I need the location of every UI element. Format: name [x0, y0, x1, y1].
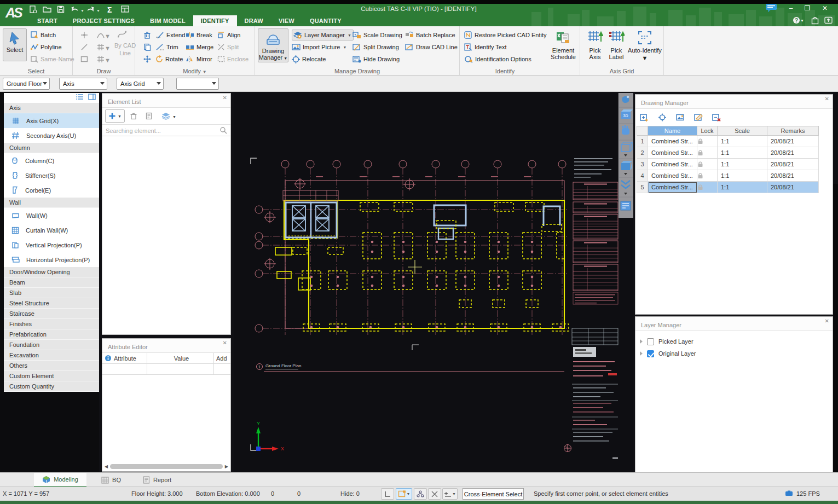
- identify-text-button[interactable]: Identify Text: [464, 42, 507, 53]
- draw-cad-line-button[interactable]: Draw CAD Line: [405, 42, 458, 53]
- sidebar-section-custom-element[interactable]: Custom Element: [4, 371, 99, 381]
- draw-hash-button[interactable]: [97, 42, 105, 53]
- auto-identify-button[interactable]: Auto-Identify▼: [627, 27, 662, 63]
- sidebar-item-corbel-e-[interactable]: Corbel(E): [4, 183, 99, 198]
- scale-drawing-icon[interactable]: [676, 113, 685, 121]
- sidebar-item-column-c-[interactable]: Column(C): [4, 153, 99, 168]
- hide-drawing-button[interactable]: Hide Drawing: [352, 54, 400, 65]
- app-logo[interactable]: AS: [5, 5, 21, 21]
- draw-point-button[interactable]: [80, 30, 88, 40]
- layer-manager-button[interactable]: Layer Manager▼: [292, 30, 354, 40]
- sidebar-section-beam[interactable]: Beam: [4, 277, 99, 288]
- sidebar-section-axis[interactable]: Axis: [4, 103, 99, 113]
- layers-caret[interactable]: ▼: [172, 115, 176, 119]
- sidebar-section-custom-quantity[interactable]: Custom Quantity: [4, 381, 99, 392]
- element-schedule-button[interactable]: ElementSchedule: [548, 28, 578, 62]
- sidebar-item-horizontal-projection-p-[interactable]: Horizontal Projection(P): [4, 252, 99, 267]
- tab-report[interactable]: Report: [137, 473, 177, 487]
- delete-element-icon[interactable]: [130, 112, 137, 120]
- sidebar-item-stiffener-s-[interactable]: Stiffener(S): [4, 168, 99, 183]
- restore-picked-cad-entity-button[interactable]: Restore Picked CAD Entity: [464, 30, 546, 40]
- sidebar-section-steel-structure[interactable]: Steel Structure: [4, 298, 99, 309]
- trim-button[interactable]: Trim: [155, 42, 178, 53]
- tab-bim-model[interactable]: BIM MODEL: [142, 15, 193, 26]
- delete-drawing-icon[interactable]: [712, 113, 721, 121]
- layer-checkbox[interactable]: [647, 338, 654, 345]
- sidebar-section-slab[interactable]: Slab: [4, 288, 99, 298]
- drawing-manager-close-icon[interactable]: ✕: [825, 96, 829, 102]
- rotate-button[interactable]: Rotate: [155, 54, 183, 65]
- polyline-button[interactable]: Polyline: [31, 42, 62, 53]
- split-drawing-button[interactable]: Split Drawing: [352, 42, 399, 53]
- element-list-close-icon[interactable]: ✕: [223, 95, 227, 101]
- undo-caret[interactable]: ▼: [80, 9, 85, 12]
- by-cad-line-button[interactable]: By CADLine: [114, 42, 136, 53]
- mirror-button[interactable]: Mirror: [186, 54, 212, 65]
- sidebar-item-vertical-projection-p-[interactable]: Vertical Projection(P): [4, 237, 99, 252]
- draw-arc-button[interactable]: [97, 30, 105, 40]
- tab-view[interactable]: VIEW: [271, 15, 302, 26]
- sidebar-section-column[interactable]: Column: [4, 143, 99, 153]
- sidebar-section-prefabrication[interactable]: Prefabrication: [4, 329, 99, 340]
- draw-hash2g-button[interactable]: [97, 54, 105, 65]
- sidebar-section-door-window-opening[interactable]: Door/Window Opening: [4, 267, 99, 277]
- draw-spline-button[interactable]: [118, 28, 126, 39]
- layer-row-picked-layer[interactable]: Picked Layer: [635, 335, 833, 347]
- sidebar-item-curtain-wall-w-[interactable]: Curtain Wall(W): [4, 223, 99, 237]
- cad-canvas[interactable]: 1Ground Floor PlanYX3D: [234, 93, 633, 472]
- dynamic-input-icon[interactable]: ▼: [442, 488, 458, 500]
- drawing-row-5[interactable]: 5Combined Str...1:120/08/21: [637, 182, 819, 193]
- enclose-button[interactable]: Enclose: [217, 54, 248, 65]
- layers-icon[interactable]: [161, 112, 170, 120]
- sum-icon[interactable]: Σ: [107, 5, 115, 13]
- locate-drawing-icon[interactable]: [658, 113, 667, 121]
- tab-modeling[interactable]: Modeling: [34, 473, 86, 487]
- open-file-icon[interactable]: [43, 5, 51, 13]
- select-button[interactable]: Select: [3, 28, 27, 61]
- redo-caret[interactable]: ▼: [96, 9, 101, 12]
- new-file-icon[interactable]: [29, 5, 37, 13]
- drawing-row-2[interactable]: 2Combined Str...1:120/08/21: [637, 147, 819, 159]
- drawing-row-4[interactable]: 4Combined Str...1:120/08/21: [637, 170, 819, 182]
- batch-replace-button[interactable]: Batch Replace: [405, 30, 455, 40]
- tab-quantity[interactable]: QUANTITY: [302, 15, 349, 26]
- extend-button[interactable]: Extend: [155, 30, 185, 40]
- cross-element-select-button[interactable]: Cross-Element Select: [463, 488, 524, 500]
- batch-button[interactable]: Batch: [31, 30, 56, 40]
- drawing-row-3[interactable]: 3Combined Str...1:120/08/21: [637, 159, 819, 170]
- sidebar-item-secondary-axis-u-[interactable]: Secondary Axis(U): [4, 128, 99, 143]
- layer-checkbox[interactable]: [647, 350, 654, 357]
- add-element-button[interactable]: ▼: [105, 109, 125, 123]
- merge-button[interactable]: Merge: [186, 42, 213, 53]
- draw-rectic-button[interactable]: [80, 54, 88, 65]
- sidebar-item-axis-grid-x-[interactable]: Axis Grid(X): [4, 113, 99, 128]
- rect-select-icon[interactable]: ▼: [396, 488, 412, 500]
- ortho-icon[interactable]: [381, 488, 394, 500]
- sidebar-list-icon[interactable]: [76, 94, 84, 102]
- scale-drawing-button[interactable]: Scale Drawing: [352, 30, 402, 40]
- tab-start[interactable]: START: [30, 15, 65, 26]
- align-button[interactable]: Align: [217, 30, 240, 40]
- save-icon[interactable]: [57, 5, 65, 13]
- pick-axis-button[interactable]: PickAxis: [586, 27, 604, 63]
- trash-button[interactable]: [143, 30, 151, 40]
- move-button[interactable]: [143, 54, 151, 65]
- tab-draw[interactable]: DRAW: [237, 15, 271, 26]
- draw-lineic-button[interactable]: [80, 42, 88, 53]
- sidebar-section-others[interactable]: Others: [4, 361, 99, 371]
- window-grid-icon[interactable]: [121, 5, 129, 13]
- expand-caret-icon[interactable]: [640, 339, 643, 344]
- attribute-editor-hscrollbar[interactable]: ◀ ▶: [103, 463, 229, 470]
- drawing-row-1[interactable]: 1Combined Str...1:120/08/21: [637, 136, 819, 147]
- sidebar-section-finishes[interactable]: Finishes: [4, 319, 99, 329]
- element-type-select[interactable]: Axis Grid: [117, 78, 164, 90]
- redo-icon[interactable]: [86, 5, 95, 13]
- sidebar-section-excavation[interactable]: Excavation: [4, 350, 99, 361]
- layer-row-original-layer[interactable]: Original Layer: [635, 347, 833, 360]
- snap-icon[interactable]: [414, 488, 427, 500]
- sidebar-item-wall-w-[interactable]: Wall(W): [4, 208, 99, 223]
- undo-icon[interactable]: [71, 5, 79, 13]
- attribute-table-empty-row[interactable]: [102, 364, 230, 375]
- sidebar-section-wall[interactable]: Wall: [4, 198, 99, 208]
- copy-element-icon[interactable]: [145, 112, 153, 120]
